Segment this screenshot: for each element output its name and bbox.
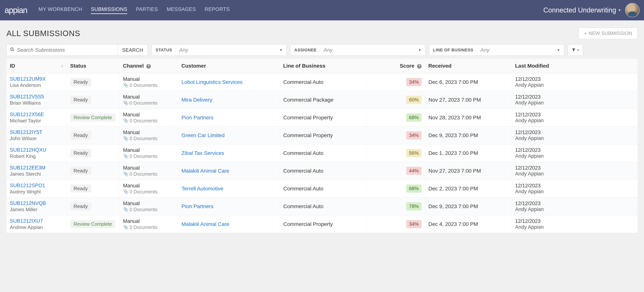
- nav-item-my-workbench[interactable]: MY WORKBENCH: [38, 7, 82, 14]
- modified-date: 12/12/2023: [515, 201, 634, 206]
- filter-bar: SEARCH STATUS Any ▼ ASSIGNEE Any ▼ LINE …: [6, 44, 638, 56]
- lob-value: Commercial Property: [280, 126, 366, 144]
- nav-item-submissions[interactable]: SUBMISSIONS: [91, 7, 127, 14]
- lob-value: Commercial Auto: [280, 73, 366, 91]
- help-icon[interactable]: ?: [146, 64, 151, 69]
- line-of-business-filter[interactable]: LINE OF BUSINESS Any ▼: [429, 44, 564, 56]
- help-icon[interactable]: ?: [417, 64, 422, 69]
- channel-value: Manual: [123, 129, 174, 135]
- search-box[interactable]: [6, 44, 118, 56]
- top-navigation-bar: appian MY WORKBENCHSUBMISSIONSPARTIESMES…: [0, 0, 644, 20]
- col-header-modified[interactable]: Last Modified: [512, 59, 638, 73]
- received-date: Dec 1, 2023 7:00 PM: [425, 144, 512, 162]
- customer-link[interactable]: Pion Partners: [182, 203, 214, 209]
- received-date: Nov 27, 2023 7:00 PM: [425, 162, 512, 180]
- status-badge: Ready: [70, 78, 91, 86]
- modified-by: Andy Appian: [515, 171, 634, 177]
- nav-item-parties[interactable]: PARTIES: [136, 7, 158, 14]
- status-badge: Ready: [70, 131, 91, 139]
- table-row: SUB1212UM9X Lisa Anderson Ready Manual 📎…: [6, 73, 638, 91]
- submission-id-link[interactable]: SUB1212NVQB: [10, 200, 46, 206]
- customer-link[interactable]: Malakili Animal Care: [182, 168, 230, 174]
- submission-id-link[interactable]: SUB1212HQXU: [10, 147, 46, 153]
- channel-value: Manual: [123, 165, 174, 171]
- customer-link[interactable]: Mira Delivery: [182, 97, 212, 103]
- col-header-customer[interactable]: Customer: [178, 59, 280, 73]
- table-row: SUB1212IY5T John Wilson Ready Manual 📎0 …: [6, 126, 638, 144]
- customer-link[interactable]: Malakili Animal Care: [182, 221, 230, 227]
- search-input[interactable]: [17, 47, 114, 53]
- submission-owner: Robert King: [10, 153, 63, 159]
- svg-line-1: [13, 50, 14, 51]
- col-header-received[interactable]: Received: [425, 59, 512, 73]
- lob-value: Commercial Package: [280, 91, 366, 109]
- modified-by: Andy Appian: [515, 153, 634, 159]
- submission-id-link[interactable]: SUB1212SPO1: [10, 183, 45, 188]
- customer-link[interactable]: Terrell Automotive: [182, 186, 224, 192]
- documents-count: 📎0 Documents: [123, 171, 174, 177]
- lob-value: Commercial Property: [280, 109, 366, 126]
- table-row: SUB1212IXU7 Andrew Appian Review Complet…: [6, 215, 638, 233]
- nav-item-reports[interactable]: REPORTS: [204, 7, 230, 14]
- chevron-down-icon: ▼: [618, 8, 622, 13]
- table-row: SUB1212V5S5 Brian Williams Ready Manual …: [6, 91, 638, 109]
- plus-icon: +: [584, 31, 587, 36]
- channel-value: Manual: [123, 147, 174, 153]
- status-filter[interactable]: STATUS Any ▼: [152, 44, 286, 56]
- modified-by: Andy Appian: [515, 118, 634, 123]
- customer-link[interactable]: Pion Partners: [182, 115, 214, 120]
- submission-owner: Michael Taylor: [10, 118, 63, 124]
- paperclip-icon: 📎: [123, 154, 128, 159]
- svg-point-0: [10, 48, 13, 50]
- paperclip-icon: 📎: [123, 225, 128, 230]
- assignee-filter[interactable]: ASSIGNEE Any ▼: [290, 44, 425, 56]
- score-badge: 68%: [406, 113, 421, 122]
- new-submission-button[interactable]: + NEW SUBMISSION: [578, 28, 638, 39]
- modified-date: 12/12/2023: [515, 76, 634, 82]
- submission-owner: Audrey Wright: [10, 189, 63, 195]
- modified-by: Andy Appian: [515, 135, 634, 141]
- user-avatar[interactable]: [625, 3, 640, 17]
- submission-id-link[interactable]: SUB1212X56E: [10, 112, 44, 117]
- app-name-label: Connected Underwriting: [543, 6, 616, 14]
- documents-count: 📎0 Documents: [123, 136, 174, 141]
- score-badge: 56%: [406, 149, 421, 157]
- search-button[interactable]: SEARCH: [118, 44, 148, 56]
- submission-id-link[interactable]: SUB1212UM9X: [10, 76, 46, 82]
- documents-count: 📎0 Documents: [123, 154, 174, 159]
- app-switcher[interactable]: Connected Underwriting ▼: [543, 6, 622, 14]
- submission-owner: James Sterchi: [10, 171, 63, 177]
- table-row: SUB1212EE3M James Sterchi Ready Manual 📎…: [6, 162, 638, 180]
- modified-date: 12/12/2023: [515, 183, 634, 189]
- advanced-filter-button[interactable]: ▼: [568, 44, 583, 56]
- col-header-channel[interactable]: Channel ?: [120, 59, 178, 73]
- score-badge: 68%: [406, 185, 421, 193]
- appian-logo[interactable]: appian: [4, 6, 27, 15]
- submission-id-link[interactable]: SUB1212IY5T: [10, 129, 42, 135]
- paperclip-icon: 📎: [123, 172, 128, 176]
- lob-value: Commercial Property: [280, 215, 366, 233]
- submission-id-link[interactable]: SUB1212IXU7: [10, 218, 43, 224]
- col-header-status[interactable]: Status: [67, 59, 120, 73]
- col-header-id[interactable]: ID ↓: [6, 59, 67, 73]
- submission-id-link[interactable]: SUB1212V5S5: [10, 94, 44, 99]
- customer-link[interactable]: Green Car Limited: [182, 132, 225, 138]
- sort-descending-icon: ↓: [61, 63, 63, 68]
- page-title: ALL SUBMISSIONS: [6, 29, 80, 38]
- new-submission-label: NEW SUBMISSION: [588, 30, 632, 36]
- documents-count: 📎0 Documents: [123, 83, 174, 88]
- received-date: Dec 9, 2023 7:00 PM: [425, 198, 512, 215]
- customer-link[interactable]: Lobot Linguistics Services: [182, 79, 243, 85]
- modified-date: 12/12/2023: [515, 218, 634, 224]
- submission-id-link[interactable]: SUB1212EE3M: [10, 165, 46, 171]
- col-header-score[interactable]: Score ?: [366, 59, 425, 73]
- table-row: SUB1212HQXU Robert King Ready Manual 📎0 …: [6, 144, 638, 162]
- channel-value: Manual: [123, 112, 174, 118]
- documents-count: 📎0 Documents: [123, 207, 174, 212]
- modified-date: 12/12/2023: [515, 94, 634, 100]
- nav-item-messages[interactable]: MESSAGES: [167, 7, 196, 14]
- submission-owner: Andrew Appian: [10, 224, 63, 230]
- paperclip-icon: 📎: [123, 136, 128, 141]
- col-header-lob[interactable]: Line of Business: [280, 59, 366, 73]
- customer-link[interactable]: Zibal Tax Services: [182, 150, 224, 156]
